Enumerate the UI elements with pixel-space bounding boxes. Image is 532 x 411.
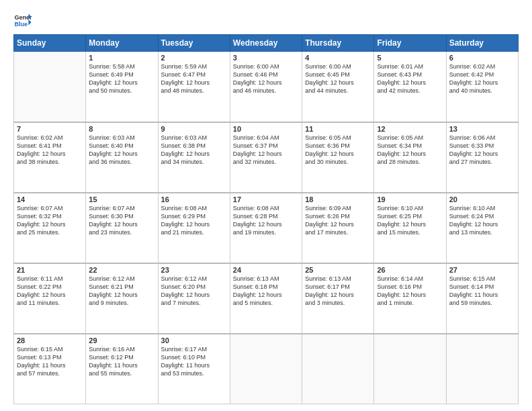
day-number: 6	[449, 54, 515, 62]
day-info: Sunrise: 6:08 AM Sunset: 6:28 PM Dayligh…	[233, 204, 299, 237]
calendar-cell: 7Sunrise: 6:02 AM Sunset: 6:41 PM Daylig…	[14, 122, 86, 193]
day-info: Sunrise: 6:06 AM Sunset: 6:33 PM Dayligh…	[449, 134, 515, 167]
day-info: Sunrise: 6:16 AM Sunset: 6:12 PM Dayligh…	[89, 345, 154, 378]
day-info: Sunrise: 6:05 AM Sunset: 6:36 PM Dayligh…	[305, 134, 371, 167]
day-info: Sunrise: 6:08 AM Sunset: 6:29 PM Dayligh…	[161, 204, 227, 237]
day-info: Sunrise: 6:10 AM Sunset: 6:24 PM Dayligh…	[449, 204, 515, 237]
day-info: Sunrise: 6:02 AM Sunset: 6:42 PM Dayligh…	[449, 62, 515, 95]
weekday-header: Sunday	[14, 35, 86, 52]
day-number: 20	[449, 195, 515, 203]
logo-icon: General Blue	[13, 10, 32, 29]
day-number: 9	[161, 125, 227, 133]
day-number: 11	[305, 125, 371, 133]
day-number: 8	[89, 125, 154, 133]
calendar-cell	[14, 52, 86, 122]
calendar-cell: 28Sunrise: 6:15 AM Sunset: 6:13 PM Dayli…	[14, 334, 86, 404]
calendar-cell: 3Sunrise: 6:00 AM Sunset: 6:46 PM Daylig…	[230, 52, 302, 122]
day-number: 3	[233, 54, 299, 62]
calendar-cell: 16Sunrise: 6:08 AM Sunset: 6:29 PM Dayli…	[158, 193, 230, 263]
calendar-cell: 10Sunrise: 6:04 AM Sunset: 6:37 PM Dayli…	[230, 122, 302, 193]
calendar-cell: 5Sunrise: 6:01 AM Sunset: 6:43 PM Daylig…	[374, 52, 446, 122]
day-info: Sunrise: 6:07 AM Sunset: 6:30 PM Dayligh…	[89, 204, 154, 237]
day-number: 14	[17, 195, 83, 203]
calendar-cell: 18Sunrise: 6:09 AM Sunset: 6:26 PM Dayli…	[302, 193, 374, 263]
calendar-cell: 25Sunrise: 6:13 AM Sunset: 6:17 PM Dayli…	[302, 263, 374, 334]
calendar-cell	[302, 334, 374, 404]
day-number: 7	[17, 125, 83, 133]
weekday-header: Tuesday	[158, 35, 230, 52]
day-number: 19	[377, 195, 443, 203]
day-info: Sunrise: 6:10 AM Sunset: 6:25 PM Dayligh…	[377, 204, 443, 237]
day-number: 12	[377, 125, 443, 133]
day-number: 25	[305, 266, 371, 274]
weekday-header: Monday	[86, 35, 158, 52]
calendar-cell: 24Sunrise: 6:13 AM Sunset: 6:18 PM Dayli…	[230, 263, 302, 334]
calendar-cell: 17Sunrise: 6:08 AM Sunset: 6:28 PM Dayli…	[230, 193, 302, 263]
calendar-cell: 2Sunrise: 5:59 AM Sunset: 6:47 PM Daylig…	[158, 52, 230, 122]
logo: General Blue	[13, 10, 35, 29]
day-number: 17	[233, 195, 299, 203]
day-number: 22	[89, 266, 154, 274]
calendar-cell: 12Sunrise: 6:05 AM Sunset: 6:34 PM Dayli…	[374, 122, 446, 193]
day-info: Sunrise: 6:03 AM Sunset: 6:40 PM Dayligh…	[89, 134, 154, 167]
weekday-header: Wednesday	[230, 35, 302, 52]
day-info: Sunrise: 6:09 AM Sunset: 6:26 PM Dayligh…	[305, 204, 371, 237]
day-number: 15	[89, 195, 154, 203]
day-info: Sunrise: 6:12 AM Sunset: 6:21 PM Dayligh…	[89, 275, 154, 308]
calendar-cell: 14Sunrise: 6:07 AM Sunset: 6:32 PM Dayli…	[14, 193, 86, 263]
day-info: Sunrise: 6:07 AM Sunset: 6:32 PM Dayligh…	[17, 204, 83, 237]
calendar-cell: 11Sunrise: 6:05 AM Sunset: 6:36 PM Dayli…	[302, 122, 374, 193]
day-number: 10	[233, 125, 299, 133]
weekday-header: Thursday	[302, 35, 374, 52]
day-info: Sunrise: 6:12 AM Sunset: 6:20 PM Dayligh…	[161, 275, 227, 308]
calendar-cell: 27Sunrise: 6:15 AM Sunset: 6:14 PM Dayli…	[446, 263, 518, 334]
day-number: 30	[161, 336, 227, 345]
calendar-cell: 23Sunrise: 6:12 AM Sunset: 6:20 PM Dayli…	[158, 263, 230, 334]
day-number: 28	[17, 336, 83, 345]
calendar-cell: 22Sunrise: 6:12 AM Sunset: 6:21 PM Dayli…	[86, 263, 158, 334]
calendar-cell	[374, 334, 446, 404]
day-info: Sunrise: 6:00 AM Sunset: 6:45 PM Dayligh…	[305, 62, 371, 95]
calendar-cell: 15Sunrise: 6:07 AM Sunset: 6:30 PM Dayli…	[86, 193, 158, 263]
day-info: Sunrise: 6:11 AM Sunset: 6:22 PM Dayligh…	[17, 275, 83, 308]
calendar-cell: 6Sunrise: 6:02 AM Sunset: 6:42 PM Daylig…	[446, 52, 518, 122]
day-number: 29	[89, 336, 154, 345]
day-number: 18	[305, 195, 371, 203]
weekday-header: Saturday	[446, 35, 518, 52]
day-number: 24	[233, 266, 299, 274]
day-number: 5	[377, 54, 443, 62]
page-header: General Blue	[13, 10, 519, 29]
day-info: Sunrise: 6:01 AM Sunset: 6:43 PM Dayligh…	[377, 62, 443, 95]
calendar-cell: 29Sunrise: 6:16 AM Sunset: 6:12 PM Dayli…	[86, 334, 158, 404]
day-number: 1	[89, 54, 154, 62]
day-info: Sunrise: 5:58 AM Sunset: 6:49 PM Dayligh…	[89, 62, 154, 95]
day-info: Sunrise: 6:00 AM Sunset: 6:46 PM Dayligh…	[233, 62, 299, 95]
day-number: 13	[449, 125, 515, 133]
calendar-cell: 26Sunrise: 6:14 AM Sunset: 6:16 PM Dayli…	[374, 263, 446, 334]
weekday-header: Friday	[374, 35, 446, 52]
day-info: Sunrise: 6:14 AM Sunset: 6:16 PM Dayligh…	[377, 275, 443, 308]
day-number: 4	[305, 54, 371, 62]
day-number: 16	[161, 195, 227, 203]
day-info: Sunrise: 6:03 AM Sunset: 6:38 PM Dayligh…	[161, 134, 227, 167]
calendar-cell: 20Sunrise: 6:10 AM Sunset: 6:24 PM Dayli…	[446, 193, 518, 263]
calendar: SundayMondayTuesdayWednesdayThursdayFrid…	[13, 34, 519, 404]
day-number: 2	[161, 54, 227, 62]
day-info: Sunrise: 6:04 AM Sunset: 6:37 PM Dayligh…	[233, 134, 299, 167]
day-info: Sunrise: 6:05 AM Sunset: 6:34 PM Dayligh…	[377, 134, 443, 167]
calendar-cell: 8Sunrise: 6:03 AM Sunset: 6:40 PM Daylig…	[86, 122, 158, 193]
calendar-cell: 4Sunrise: 6:00 AM Sunset: 6:45 PM Daylig…	[302, 52, 374, 122]
calendar-cell: 21Sunrise: 6:11 AM Sunset: 6:22 PM Dayli…	[14, 263, 86, 334]
calendar-cell: 9Sunrise: 6:03 AM Sunset: 6:38 PM Daylig…	[158, 122, 230, 193]
day-info: Sunrise: 6:02 AM Sunset: 6:41 PM Dayligh…	[17, 134, 83, 167]
calendar-cell	[230, 334, 302, 404]
day-number: 26	[377, 266, 443, 274]
calendar-cell: 1Sunrise: 5:58 AM Sunset: 6:49 PM Daylig…	[86, 52, 158, 122]
day-info: Sunrise: 6:17 AM Sunset: 6:10 PM Dayligh…	[161, 345, 227, 378]
calendar-cell	[446, 334, 518, 404]
calendar-cell: 30Sunrise: 6:17 AM Sunset: 6:10 PM Dayli…	[158, 334, 230, 404]
calendar-cell: 13Sunrise: 6:06 AM Sunset: 6:33 PM Dayli…	[446, 122, 518, 193]
day-number: 23	[161, 266, 227, 274]
day-info: Sunrise: 6:13 AM Sunset: 6:18 PM Dayligh…	[233, 275, 299, 308]
day-info: Sunrise: 6:13 AM Sunset: 6:17 PM Dayligh…	[305, 275, 371, 308]
